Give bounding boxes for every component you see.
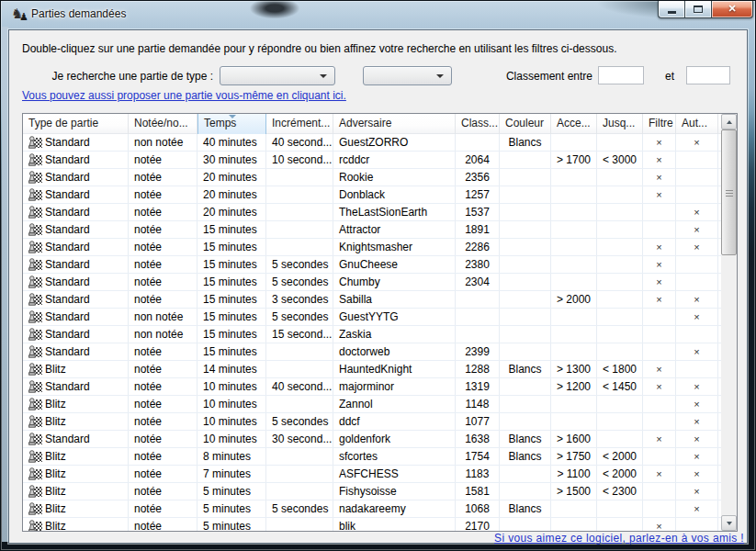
cell-jusq xyxy=(597,500,643,517)
maximize-button[interactable] xyxy=(684,1,712,18)
game-type-label: Blitz xyxy=(45,448,66,465)
cell-adversaire: Knightsmasher xyxy=(333,239,456,255)
column-header-1[interactable]: Type de partie xyxy=(23,114,129,134)
cell-temps: 10 minutes xyxy=(197,413,266,430)
column-header-4[interactable]: Incrément... xyxy=(266,114,333,134)
table-row[interactable]: Blitznotée5 minutes5 secondesnadakareemy… xyxy=(23,500,721,518)
vertical-scrollbar[interactable] xyxy=(721,114,737,531)
cell-acce xyxy=(551,326,597,343)
game-type-icon xyxy=(28,222,42,237)
cross-mark: × xyxy=(656,189,661,200)
cell-notee: notée xyxy=(129,396,197,412)
cell-classement: 2170 xyxy=(456,518,500,531)
table-row[interactable]: Standardnotée20 minutesDonblack1257× xyxy=(23,186,721,204)
column-header-6[interactable]: Class... xyxy=(456,114,500,134)
propose-game-link[interactable]: Vous pouvez aussi proposer une partie vo… xyxy=(22,89,346,102)
cell-filtre: × xyxy=(643,291,676,308)
cell-increment: 30 second... xyxy=(266,431,333,447)
table-row[interactable]: Standardnotée15 minutes5 secondesGnuChee… xyxy=(23,256,721,274)
cell-classement: 2399 xyxy=(456,343,500,360)
table-row[interactable]: Standardnotée15 minutesKnightsmasher2286… xyxy=(23,239,721,256)
sort-descending-icon xyxy=(229,115,236,118)
table-row[interactable]: Standardnotée30 minutes10 second...rcddc… xyxy=(23,152,721,169)
pawn-icon xyxy=(28,345,37,358)
cell-acce xyxy=(551,256,597,273)
table-row[interactable]: Standardnotée10 minutes40 second...major… xyxy=(23,378,721,396)
cell-aut: × xyxy=(676,431,718,447)
close-button[interactable]: ✕ xyxy=(712,1,753,18)
column-header-10[interactable]: Filtre xyxy=(643,114,676,134)
cell-temps: 14 minutes xyxy=(197,361,266,377)
table-row[interactable]: Blitznotée10 minutes5 secondesddcf1077× xyxy=(23,413,721,431)
cell-notee: notée xyxy=(129,291,197,308)
cell-adversaire: Zannol xyxy=(333,396,456,412)
cell-type: Standard xyxy=(23,134,129,151)
game-type-icon xyxy=(28,187,42,202)
table-row[interactable]: Standardnotée15 minutes5 secondesChumby2… xyxy=(23,274,721,291)
game-type-select[interactable] xyxy=(220,66,335,85)
table-row[interactable]: Standardnotée20 minutesTheLastSionEarth1… xyxy=(23,204,721,221)
cell-filtre xyxy=(643,309,676,325)
column-header-7[interactable]: Couleur xyxy=(500,114,551,134)
table-row[interactable]: Standardnotée15 minutes3 secondesSabilla… xyxy=(23,291,721,309)
scroll-down-button[interactable] xyxy=(721,515,737,531)
game-type-label: Standard xyxy=(45,204,90,220)
cell-aut: × xyxy=(676,448,718,465)
column-header-11[interactable]: Aut... xyxy=(676,114,718,134)
table-row[interactable]: Standardnotée20 minutesRookie2356× xyxy=(23,169,721,186)
pawn-icon xyxy=(28,363,37,376)
table-row[interactable]: Standardnotée15 minutesdoctorweb2399× xyxy=(23,343,721,361)
cell-adversaire: Sabilla xyxy=(333,291,456,308)
pawn-icon xyxy=(28,223,37,236)
cell-adversaire: GuestZORRO xyxy=(333,134,456,151)
cell-type: Blitz xyxy=(23,413,129,430)
table-row[interactable]: Blitznotée14 minutesHauntedKnight1288Bla… xyxy=(23,361,721,378)
cell-notee: notée xyxy=(129,256,197,273)
cell-classement: 1257 xyxy=(456,186,500,203)
column-header-label: Jusq... xyxy=(603,117,635,129)
cell-aut: × xyxy=(676,378,718,395)
table-row[interactable]: Blitznotée5 minutesblik2170× xyxy=(23,518,721,531)
cell-aut: × xyxy=(676,483,718,500)
cell-jusq xyxy=(597,169,643,186)
cell-temps: 7 minutes xyxy=(197,466,266,482)
column-header-9[interactable]: Jusq... xyxy=(597,114,643,134)
game-type-icon xyxy=(28,152,42,167)
column-header-5[interactable]: Adversaire xyxy=(333,114,456,134)
table-row[interactable]: Blitznotée10 minutesZannol1148× xyxy=(23,396,721,413)
cell-couleur xyxy=(500,483,551,500)
scroll-up-button[interactable] xyxy=(721,114,737,129)
cross-mark: × xyxy=(656,521,661,531)
maximize-icon xyxy=(694,6,703,13)
rating-min-input[interactable] xyxy=(598,66,644,84)
cell-temps: 15 minutes xyxy=(197,239,266,255)
secondary-filter-select[interactable] xyxy=(363,66,452,85)
column-header-8[interactable]: Acce... xyxy=(551,114,597,134)
cell-type: Standard xyxy=(23,256,129,273)
table-row[interactable]: Standardnotée15 minutesAttractor1891× xyxy=(23,221,721,239)
game-type-icon xyxy=(28,414,42,429)
table-row[interactable]: Standardnotée10 minutes30 second...golde… xyxy=(23,431,721,448)
scrollbar-thumb[interactable] xyxy=(721,129,737,255)
cell-adversaire: ddcf xyxy=(333,413,456,430)
column-header-3[interactable]: Temps xyxy=(197,114,266,134)
table-row[interactable]: Blitznotée8 minutessfcortes1754Blancs> 1… xyxy=(23,448,721,466)
cell-jusq xyxy=(597,186,643,203)
game-type-label: Standard xyxy=(45,291,90,308)
rating-max-input[interactable] xyxy=(686,66,730,84)
cross-mark: × xyxy=(656,294,661,305)
share-link[interactable]: Si vous aimez ce logiciel, parlez-en à v… xyxy=(494,532,744,545)
table-row[interactable]: Standardnon notée15 minutes15 second...Z… xyxy=(23,326,721,343)
cell-couleur xyxy=(500,152,551,168)
table-row[interactable]: Blitznotée5 minutesFishysoisse1581> 1500… xyxy=(23,483,721,500)
table-row[interactable]: Standardnon notée15 minutes5 secondesGue… xyxy=(23,309,721,326)
table-row[interactable]: Blitznotée7 minutesASFCHESS1183> 1100< 2… xyxy=(23,466,721,483)
cell-acce xyxy=(551,239,597,255)
cell-notee: notée xyxy=(129,274,197,290)
caption-buttons: ✕ xyxy=(658,1,753,18)
game-type-label: Standard xyxy=(45,169,90,186)
game-type-label: Blitz xyxy=(45,518,66,531)
column-header-2[interactable]: Notée/no... xyxy=(129,114,197,134)
table-row[interactable]: Standardnon notée40 minutes40 second...G… xyxy=(23,134,721,152)
minimize-button[interactable] xyxy=(658,1,684,18)
